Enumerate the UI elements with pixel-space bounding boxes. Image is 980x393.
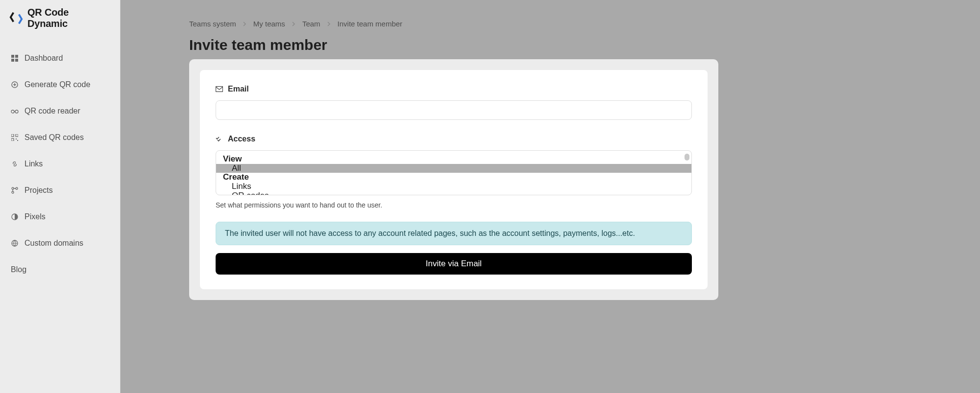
svg-point-5: [11, 110, 14, 113]
nav-projects[interactable]: Projects: [0, 177, 120, 204]
svg-rect-3: [15, 59, 18, 62]
svg-rect-10: [16, 139, 17, 139]
nav-label: Blog: [11, 265, 26, 274]
grid-icon: [11, 54, 19, 62]
nav-label: Projects: [24, 186, 53, 195]
svg-rect-17: [216, 87, 223, 92]
scrollbar-thumb[interactable]: [685, 154, 689, 161]
access-group-create: Create: [216, 173, 691, 182]
access-group-view: View: [216, 155, 691, 164]
nav-generate-qr[interactable]: Generate QR code: [0, 71, 120, 98]
brand-name: QR Code Dynamic: [27, 7, 111, 29]
glasses-icon: [11, 107, 19, 115]
nav-blog[interactable]: Blog: [0, 256, 120, 283]
access-label: Access: [216, 135, 692, 143]
invite-via-email-button[interactable]: Invite via Email: [216, 253, 692, 275]
email-input[interactable]: [216, 100, 692, 120]
breadcrumb-link-my-teams[interactable]: My teams: [253, 20, 285, 28]
chevron-right-icon: [243, 20, 246, 28]
access-label-text: Access: [228, 135, 255, 143]
plus-circle-icon: [11, 81, 19, 89]
logo-icon: [9, 11, 24, 25]
nav-pixels[interactable]: Pixels: [0, 204, 120, 230]
email-label-text: Email: [228, 85, 249, 93]
nav-qr-reader[interactable]: QR code reader: [0, 98, 120, 124]
svg-rect-1: [15, 55, 18, 58]
access-option-all[interactable]: All: [216, 164, 691, 173]
link-icon: [11, 160, 19, 168]
branch-icon: [11, 186, 19, 194]
chevron-right-icon: [292, 20, 295, 28]
nav-links[interactable]: Links: [0, 151, 120, 177]
nav-label: Dashboard: [24, 54, 63, 63]
nav-label: QR code reader: [24, 107, 80, 116]
svg-rect-2: [11, 59, 14, 62]
svg-rect-8: [16, 134, 18, 137]
chevron-right-icon: [327, 20, 331, 28]
qr-icon: [11, 134, 19, 141]
nav-label: Pixels: [24, 212, 46, 221]
form-card: Email Access View All Create Links QR co…: [189, 59, 718, 300]
nav-label: Custom domains: [24, 239, 83, 248]
page-title: Invite team member: [189, 37, 980, 53]
checks-icon: [216, 136, 223, 143]
svg-rect-9: [11, 139, 14, 141]
globe-icon: [11, 239, 19, 247]
nav-label: Generate QR code: [24, 80, 90, 89]
main-area: Teams system My teams Team Invite team m…: [121, 0, 980, 393]
access-option-qrcodes[interactable]: QR codes: [216, 191, 691, 195]
svg-point-13: [12, 191, 14, 193]
svg-point-12: [12, 187, 14, 189]
nav-label: Links: [24, 160, 43, 168]
svg-rect-0: [11, 55, 14, 58]
nav-label: Saved QR codes: [24, 133, 84, 142]
access-select[interactable]: View All Create Links QR codes: [216, 150, 692, 195]
svg-point-14: [16, 187, 18, 189]
breadcrumb-link-teams-system[interactable]: Teams system: [189, 20, 236, 28]
access-option-links[interactable]: Links: [216, 182, 691, 191]
svg-rect-7: [11, 134, 14, 137]
nav-custom-domains[interactable]: Custom domains: [0, 230, 120, 256]
sidebar: QR Code Dynamic Dashboard Generate QR co…: [0, 0, 121, 393]
svg-rect-11: [17, 140, 18, 141]
breadcrumb-current: Invite team member: [338, 20, 403, 28]
breadcrumb: Teams system My teams Team Invite team m…: [189, 20, 980, 28]
access-help-text: Set what permissions you want to hand ou…: [216, 201, 692, 209]
breadcrumb-link-team[interactable]: Team: [302, 20, 320, 28]
email-label: Email: [216, 85, 692, 93]
envelope-icon: [216, 86, 223, 93]
nav-list: Dashboard Generate QR code QR code reade…: [0, 45, 120, 283]
brand-logo: QR Code Dynamic: [0, 7, 120, 38]
info-banner: The invited user will not have access to…: [216, 222, 692, 245]
svg-point-6: [15, 110, 18, 113]
contrast-icon: [11, 213, 19, 221]
nav-dashboard[interactable]: Dashboard: [0, 45, 120, 71]
nav-saved-qr[interactable]: Saved QR codes: [0, 124, 120, 151]
